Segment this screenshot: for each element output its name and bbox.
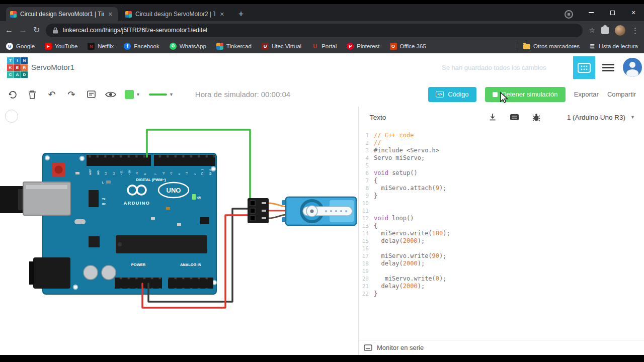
code-lines[interactable]: 1// C++ code2//3#include <Servo.h>4Servo…: [359, 132, 644, 298]
servo-horn[interactable]: [303, 206, 352, 217]
new-tab-button[interactable]: +: [234, 8, 248, 21]
bookmark-youtube[interactable]: ▶YouTube: [45, 43, 77, 50]
minimize-button[interactable]: [581, 4, 602, 21]
bookmark-google[interactable]: GGoogle: [6, 43, 35, 50]
delete-icon[interactable]: [27, 89, 38, 100]
debugger-bug-icon[interactable]: [532, 113, 540, 122]
media-controls-icon[interactable]: [565, 10, 573, 19]
bookmark-whatsapp[interactable]: ✆WhatsApp: [170, 43, 206, 50]
code-line: 22}: [359, 290, 644, 298]
folder-favicon: [523, 44, 530, 49]
smd: [75, 172, 79, 174]
arduino-uno-board[interactable]: AREFGND1312~11~10~98 7~6~54~32TX 1RX 0 D…: [0, 153, 216, 294]
code-line: 14 miServo.write(180);: [359, 230, 644, 237]
stop-simulation-button[interactable]: Detener simulación: [485, 87, 566, 102]
bookmark-folder[interactable]: Otros marcadores: [523, 43, 580, 49]
color-swatch-dropdown[interactable]: ▼: [125, 90, 140, 99]
components-button[interactable]: [573, 56, 595, 79]
logo-square: E: [14, 64, 21, 71]
servo-motor[interactable]: [282, 197, 356, 225]
export-button[interactable]: Exportar: [574, 90, 599, 98]
rotate-icon[interactable]: [7, 89, 18, 100]
bookmark-portal[interactable]: UPortal: [311, 43, 337, 50]
chevron-down-icon: ▼: [136, 92, 140, 97]
browser-tab-active[interactable]: Circuit design ServoMotor1 | Tink ✕: [6, 7, 118, 21]
bookmark-reading[interactable]: ≣Lista de lectura: [589, 43, 638, 50]
logo-square: K: [7, 64, 14, 71]
google-favicon: G: [6, 43, 13, 50]
reset-button[interactable]: [52, 163, 65, 176]
close-window-button[interactable]: ✕: [623, 4, 644, 21]
keyboard-icon[interactable]: [510, 114, 519, 120]
download-code-icon[interactable]: [489, 113, 497, 121]
tinkercad-logo[interactable]: TINKERCAD: [7, 57, 28, 78]
whatsapp-favicon: ✆: [170, 43, 177, 50]
circuit-canvas[interactable]: AREFGND1312~11~10~98 7~6~54~32TX 1RX 0 D…: [0, 107, 358, 355]
serial-monitor-bar[interactable]: Monitor en serie: [359, 340, 644, 355]
bookmark-facebook[interactable]: fFacebook: [124, 43, 159, 50]
extensions-icon[interactable]: [601, 27, 609, 34]
back-icon[interactable]: ←: [5, 26, 13, 34]
icsp-header: [200, 217, 209, 224]
bookmarks-right-wrap: Otros marcadores≣Lista de lectura: [516, 42, 638, 50]
redo-icon[interactable]: ↷: [66, 89, 77, 100]
list-view-icon[interactable]: [602, 64, 614, 72]
servo-connector[interactable]: [248, 198, 269, 223]
power-header[interactable]: [115, 278, 162, 289]
share-button[interactable]: Compartir: [607, 90, 636, 98]
rx-label: RX: [102, 203, 106, 206]
maximize-icon: [610, 11, 615, 15]
led-l: [106, 180, 111, 184]
pin-label: 8: [143, 173, 146, 175]
bookmark-label: Tinkercad: [226, 43, 252, 49]
browser-tab-bar: Circuit design ServoMotor1 | Tink ✕ Circ…: [0, 4, 644, 21]
tab-close-icon[interactable]: ✕: [219, 11, 225, 18]
browser-menu-icon[interactable]: ⋮: [631, 27, 639, 34]
bookmark-utec[interactable]: UUtec Virtual: [262, 43, 301, 50]
browser-profile-avatar[interactable]: [615, 25, 625, 36]
bookmark-pinterest[interactable]: PPinterest: [347, 43, 379, 50]
bookmark-star-icon[interactable]: ☆: [589, 27, 595, 34]
power-label: POWER: [131, 262, 146, 267]
logo-square: A: [14, 71, 21, 78]
code-line: 4Servo miServo;: [359, 154, 644, 162]
reload-icon[interactable]: ↻: [33, 26, 40, 34]
code-panel-header: Texto 1 (Arduino Uno R3) ▼: [359, 107, 644, 128]
visibility-icon[interactable]: [105, 89, 116, 100]
browser-toolbar: ← → ↻ tinkercad.com/things/j5lTRl26fze-s…: [0, 21, 644, 39]
editor-mode-select[interactable]: Texto: [370, 114, 386, 121]
letterbox-bottom: [0, 355, 644, 362]
bookmarks-right: Otros marcadores≣Lista de lectura: [523, 43, 638, 50]
tab-close-icon[interactable]: ✕: [107, 11, 114, 18]
tinkercad-favicon: [216, 43, 223, 50]
bookmarks-bar: GGoogle▶YouTubeNNetflixfFacebook✆WhatsAp…: [0, 39, 644, 53]
board-selector-label: 1 (Arduino Uno R3): [567, 114, 625, 121]
bookmark-netflix[interactable]: NNetflix: [88, 43, 114, 50]
code-button[interactable]: </> Código: [428, 87, 476, 102]
board-selector[interactable]: 1 (Arduino Uno R3) ▼: [567, 107, 635, 128]
wire-style-dropdown[interactable]: ▼: [149, 92, 174, 97]
digital-header-right[interactable]: [154, 155, 215, 166]
code-line: 16: [359, 245, 644, 252]
pin-label: ~3: [185, 172, 188, 175]
power-jack: [29, 257, 70, 289]
mounting-hole: [73, 285, 77, 289]
bookmark-tinkercad[interactable]: Tinkercad: [216, 43, 252, 50]
bookmarks-left: GGoogle▶YouTubeNNetflixfFacebook✆WhatsAp…: [6, 43, 426, 50]
forward-icon[interactable]: →: [19, 26, 27, 34]
atmega-chip[interactable]: [116, 235, 207, 253]
notes-icon[interactable]: [86, 89, 97, 100]
user-avatar[interactable]: [623, 58, 642, 77]
bookmark-office[interactable]: OOffice 365: [390, 43, 426, 50]
mouse-cursor: [498, 92, 510, 104]
url-bar[interactable]: tinkercad.com/things/j5lTRl26fze-servomo…: [46, 24, 583, 37]
analog-header[interactable]: [168, 278, 213, 289]
code-panel-icons: [489, 107, 540, 128]
browser-tab-inactive[interactable]: Circuit design ServoMotor2 | Tink ✕: [121, 7, 229, 21]
maximize-button[interactable]: [602, 4, 623, 21]
code-line: 21 delay(2000);: [359, 283, 644, 290]
undo-icon[interactable]: ↶: [46, 89, 57, 100]
line-number: 4: [359, 154, 374, 162]
pinterest-favicon: P: [347, 43, 354, 50]
netflix-favicon: N: [88, 43, 95, 50]
